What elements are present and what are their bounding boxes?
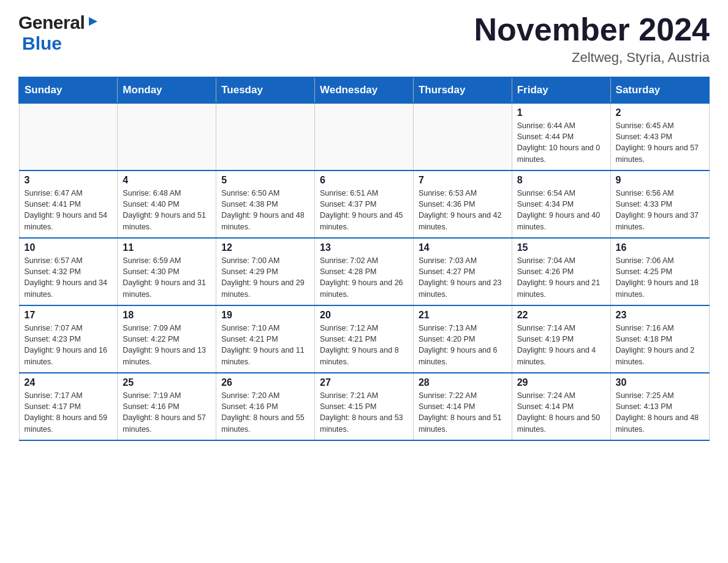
logo-arrow-icon bbox=[86, 15, 100, 31]
table-row: 20Sunrise: 7:12 AMSunset: 4:21 PMDayligh… bbox=[315, 305, 414, 373]
month-title: November 2024 bbox=[474, 12, 710, 47]
table-row bbox=[118, 103, 216, 170]
day-number: 26 bbox=[221, 377, 309, 388]
title-block: November 2024 Zeltweg, Styria, Austria bbox=[474, 12, 710, 66]
day-number: 6 bbox=[320, 175, 408, 186]
table-row: 12Sunrise: 7:00 AMSunset: 4:29 PMDayligh… bbox=[216, 238, 315, 305]
day-info: Sunrise: 7:00 AMSunset: 4:29 PMDaylight:… bbox=[221, 255, 309, 300]
day-info: Sunrise: 7:03 AMSunset: 4:27 PMDaylight:… bbox=[419, 255, 507, 300]
day-info: Sunrise: 6:57 AMSunset: 4:32 PMDaylight:… bbox=[25, 255, 113, 300]
calendar-week-row: 10Sunrise: 6:57 AMSunset: 4:32 PMDayligh… bbox=[19, 238, 709, 305]
day-number: 8 bbox=[517, 175, 605, 186]
day-info: Sunrise: 7:20 AMSunset: 4:16 PMDaylight:… bbox=[221, 390, 309, 435]
table-row bbox=[216, 103, 315, 170]
day-info: Sunrise: 6:47 AMSunset: 4:41 PMDaylight:… bbox=[25, 188, 113, 232]
col-tuesday: Tuesday bbox=[216, 77, 315, 103]
calendar-table: Sunday Monday Tuesday Wednesday Thursday… bbox=[18, 77, 710, 441]
day-info: Sunrise: 7:07 AMSunset: 4:23 PMDaylight:… bbox=[25, 323, 113, 367]
table-row: 7Sunrise: 6:53 AMSunset: 4:36 PMDaylight… bbox=[413, 170, 512, 238]
table-row: 9Sunrise: 6:56 AMSunset: 4:33 PMDaylight… bbox=[610, 170, 709, 238]
logo-general-text: General bbox=[18, 12, 85, 33]
day-number: 12 bbox=[221, 242, 309, 253]
day-info: Sunrise: 6:54 AMSunset: 4:34 PMDaylight:… bbox=[517, 188, 605, 232]
day-info: Sunrise: 7:25 AMSunset: 4:13 PMDaylight:… bbox=[616, 390, 704, 435]
table-row: 6Sunrise: 6:51 AMSunset: 4:37 PMDaylight… bbox=[315, 170, 414, 238]
calendar-week-row: 17Sunrise: 7:07 AMSunset: 4:23 PMDayligh… bbox=[19, 305, 709, 373]
day-info: Sunrise: 7:24 AMSunset: 4:14 PMDaylight:… bbox=[517, 390, 605, 435]
day-info: Sunrise: 7:06 AMSunset: 4:25 PMDaylight:… bbox=[616, 255, 704, 300]
table-row: 22Sunrise: 7:14 AMSunset: 4:19 PMDayligh… bbox=[512, 305, 610, 373]
table-row: 3Sunrise: 6:47 AMSunset: 4:41 PMDaylight… bbox=[19, 170, 118, 238]
day-info: Sunrise: 7:19 AMSunset: 4:16 PMDaylight:… bbox=[123, 390, 211, 435]
table-row: 21Sunrise: 7:13 AMSunset: 4:20 PMDayligh… bbox=[413, 305, 512, 373]
table-row: 17Sunrise: 7:07 AMSunset: 4:23 PMDayligh… bbox=[19, 305, 118, 373]
day-info: Sunrise: 7:04 AMSunset: 4:26 PMDaylight:… bbox=[517, 255, 605, 300]
day-number: 19 bbox=[221, 310, 309, 321]
day-number: 4 bbox=[123, 175, 211, 186]
day-info: Sunrise: 7:16 AMSunset: 4:18 PMDaylight:… bbox=[616, 323, 704, 367]
table-row: 2Sunrise: 6:45 AMSunset: 4:43 PMDaylight… bbox=[610, 103, 709, 170]
table-row: 15Sunrise: 7:04 AMSunset: 4:26 PMDayligh… bbox=[512, 238, 610, 305]
logo-blue-text: Blue bbox=[22, 33, 62, 54]
day-info: Sunrise: 7:17 AMSunset: 4:17 PMDaylight:… bbox=[25, 390, 113, 435]
day-number: 18 bbox=[123, 310, 211, 321]
day-number: 16 bbox=[616, 242, 704, 253]
day-number: 7 bbox=[419, 175, 507, 186]
table-row: 11Sunrise: 6:59 AMSunset: 4:30 PMDayligh… bbox=[118, 238, 216, 305]
day-number: 29 bbox=[517, 377, 605, 388]
calendar-header-row: Sunday Monday Tuesday Wednesday Thursday… bbox=[19, 77, 709, 103]
table-row: 28Sunrise: 7:22 AMSunset: 4:14 PMDayligh… bbox=[413, 373, 512, 440]
logo: General Blue bbox=[18, 12, 100, 54]
day-info: Sunrise: 7:13 AMSunset: 4:20 PMDaylight:… bbox=[419, 323, 507, 367]
day-info: Sunrise: 6:44 AMSunset: 4:44 PMDaylight:… bbox=[517, 120, 605, 165]
day-info: Sunrise: 7:12 AMSunset: 4:21 PMDaylight:… bbox=[320, 323, 408, 367]
day-number: 9 bbox=[616, 175, 704, 186]
table-row: 19Sunrise: 7:10 AMSunset: 4:21 PMDayligh… bbox=[216, 305, 315, 373]
table-row: 24Sunrise: 7:17 AMSunset: 4:17 PMDayligh… bbox=[19, 373, 118, 440]
day-number: 21 bbox=[419, 310, 507, 321]
day-info: Sunrise: 7:22 AMSunset: 4:14 PMDaylight:… bbox=[419, 390, 507, 435]
col-friday: Friday bbox=[512, 77, 610, 103]
day-number: 15 bbox=[517, 242, 605, 253]
col-thursday: Thursday bbox=[413, 77, 512, 103]
col-wednesday: Wednesday bbox=[315, 77, 414, 103]
day-number: 3 bbox=[25, 175, 113, 186]
table-row: 13Sunrise: 7:02 AMSunset: 4:28 PMDayligh… bbox=[315, 238, 414, 305]
table-row: 10Sunrise: 6:57 AMSunset: 4:32 PMDayligh… bbox=[19, 238, 118, 305]
day-number: 25 bbox=[123, 377, 211, 388]
day-number: 22 bbox=[517, 310, 605, 321]
table-row: 29Sunrise: 7:24 AMSunset: 4:14 PMDayligh… bbox=[512, 373, 610, 440]
day-info: Sunrise: 6:50 AMSunset: 4:38 PMDaylight:… bbox=[221, 188, 309, 232]
day-number: 14 bbox=[419, 242, 507, 253]
table-row: 16Sunrise: 7:06 AMSunset: 4:25 PMDayligh… bbox=[610, 238, 709, 305]
table-row bbox=[19, 103, 118, 170]
calendar-week-row: 24Sunrise: 7:17 AMSunset: 4:17 PMDayligh… bbox=[19, 373, 709, 440]
day-number: 2 bbox=[616, 107, 704, 118]
table-row: 1Sunrise: 6:44 AMSunset: 4:44 PMDaylight… bbox=[512, 103, 610, 170]
day-info: Sunrise: 6:48 AMSunset: 4:40 PMDaylight:… bbox=[123, 188, 211, 232]
day-info: Sunrise: 7:10 AMSunset: 4:21 PMDaylight:… bbox=[221, 323, 309, 367]
table-row: 23Sunrise: 7:16 AMSunset: 4:18 PMDayligh… bbox=[610, 305, 709, 373]
table-row: 30Sunrise: 7:25 AMSunset: 4:13 PMDayligh… bbox=[610, 373, 709, 440]
svg-marker-0 bbox=[89, 17, 97, 26]
calendar-week-row: 3Sunrise: 6:47 AMSunset: 4:41 PMDaylight… bbox=[19, 170, 709, 238]
day-number: 28 bbox=[419, 377, 507, 388]
table-row: 8Sunrise: 6:54 AMSunset: 4:34 PMDaylight… bbox=[512, 170, 610, 238]
day-info: Sunrise: 6:51 AMSunset: 4:37 PMDaylight:… bbox=[320, 188, 408, 232]
day-info: Sunrise: 6:45 AMSunset: 4:43 PMDaylight:… bbox=[616, 120, 704, 165]
col-saturday: Saturday bbox=[610, 77, 709, 103]
day-number: 1 bbox=[517, 107, 605, 118]
calendar-week-row: 1Sunrise: 6:44 AMSunset: 4:44 PMDaylight… bbox=[19, 103, 709, 170]
day-info: Sunrise: 6:53 AMSunset: 4:36 PMDaylight:… bbox=[419, 188, 507, 232]
col-monday: Monday bbox=[118, 77, 216, 103]
table-row bbox=[413, 103, 512, 170]
table-row: 18Sunrise: 7:09 AMSunset: 4:22 PMDayligh… bbox=[118, 305, 216, 373]
table-row: 25Sunrise: 7:19 AMSunset: 4:16 PMDayligh… bbox=[118, 373, 216, 440]
day-info: Sunrise: 7:21 AMSunset: 4:15 PMDaylight:… bbox=[320, 390, 408, 435]
table-row bbox=[315, 103, 414, 170]
day-number: 27 bbox=[320, 377, 408, 388]
day-info: Sunrise: 7:14 AMSunset: 4:19 PMDaylight:… bbox=[517, 323, 605, 367]
table-row: 26Sunrise: 7:20 AMSunset: 4:16 PMDayligh… bbox=[216, 373, 315, 440]
day-number: 30 bbox=[616, 377, 704, 388]
day-info: Sunrise: 6:59 AMSunset: 4:30 PMDaylight:… bbox=[123, 255, 211, 300]
